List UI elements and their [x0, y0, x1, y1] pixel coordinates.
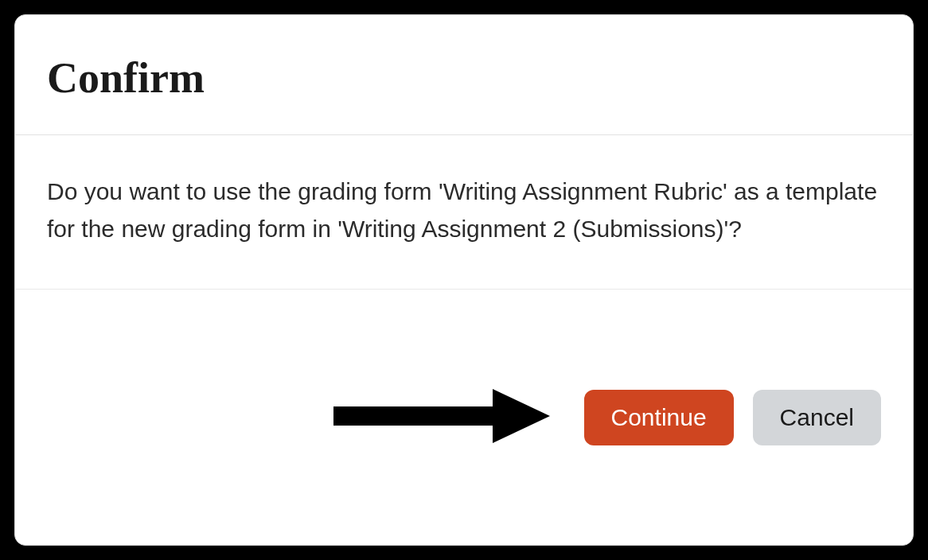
continue-button[interactable]: Continue: [584, 390, 734, 445]
dialog-message: Do you want to use the grading form 'Wri…: [47, 173, 881, 247]
svg-rect-0: [333, 406, 493, 426]
confirm-dialog: Confirm Do you want to use the grading f…: [14, 14, 914, 546]
arrow-right-icon: [333, 384, 556, 451]
dialog-header: Confirm: [15, 15, 913, 135]
dialog-footer: Continue Cancel: [15, 290, 913, 545]
cancel-button[interactable]: Cancel: [753, 390, 881, 445]
dialog-title: Confirm: [47, 53, 881, 103]
dialog-body: Do you want to use the grading form 'Wri…: [15, 135, 913, 290]
svg-marker-1: [493, 389, 550, 443]
